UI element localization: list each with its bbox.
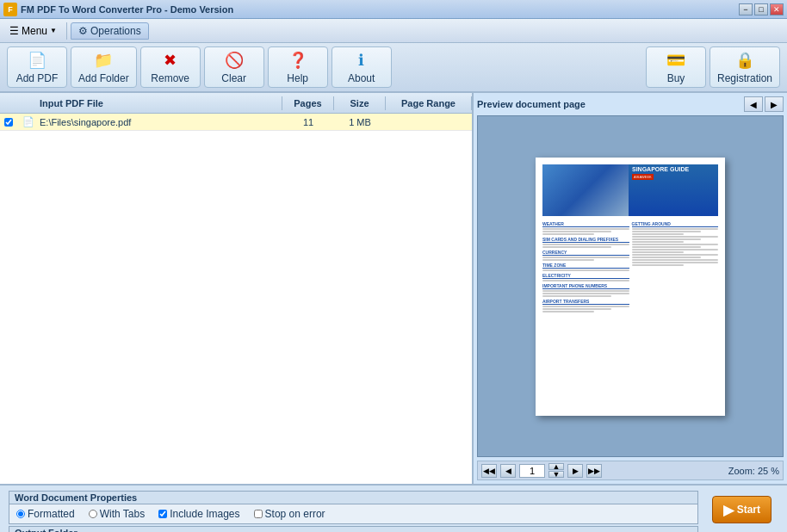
restore-button[interactable]: □ bbox=[754, 3, 768, 15]
word-doc-props-title: Word Document Properties bbox=[9, 492, 697, 504]
file-list-body: 📄 E:\Files\singapore.pdf 11 1 MB bbox=[0, 114, 472, 484]
registration-button[interactable]: 🔒 Registration bbox=[710, 46, 780, 88]
menu-separator bbox=[66, 22, 67, 40]
buy-label: Buy bbox=[667, 72, 685, 84]
preview-panel: Preview document page ◀ ▶ SINGAPORE GUID… bbox=[474, 93, 787, 484]
last-page-button[interactable]: ▶▶ bbox=[586, 464, 602, 478]
include-images-check-item[interactable]: Include Images bbox=[158, 508, 239, 520]
page-down-button[interactable]: ▼ bbox=[548, 471, 564, 478]
with-tabs-radio-item[interactable]: With Tabs bbox=[89, 508, 145, 520]
prev-page-button[interactable]: ◀ bbox=[500, 464, 516, 478]
clear-icon: 🚫 bbox=[225, 51, 244, 70]
operations-icon: ⚙ bbox=[78, 25, 88, 37]
zoom-level: Zoom: 25 % bbox=[728, 466, 779, 476]
window-title: FM PDF To Word Converter Pro - Demo Vers… bbox=[21, 4, 233, 15]
doc-col-right: GETTING AROUND bbox=[632, 220, 719, 313]
stop-on-error-check-item[interactable]: Stop on error bbox=[254, 508, 325, 520]
add-folder-icon: 📁 bbox=[94, 51, 113, 70]
menu-label: Menu bbox=[22, 25, 47, 37]
title-bar: F FM PDF To Word Converter Pro - Demo Ve… bbox=[0, 0, 787, 19]
next-page-button[interactable]: ▶ bbox=[567, 464, 583, 478]
preview-logo: ASIAWEEK bbox=[632, 174, 654, 180]
left-props: Word Document Properties Formatted With … bbox=[3, 487, 703, 532]
about-button[interactable]: ℹ About bbox=[332, 46, 392, 88]
preview-photo bbox=[542, 164, 629, 216]
stop-on-error-checkbox[interactable] bbox=[254, 510, 263, 518]
file-list-header: Input PDF File Pages Size Page Range bbox=[0, 93, 472, 114]
output-folder-title: Output Folder bbox=[9, 527, 697, 532]
close-button[interactable]: ✕ bbox=[770, 3, 784, 15]
page-nav-controls: ◀◀ ◀ ▲ ▼ ▶ ▶▶ Zoom: 25 % bbox=[477, 461, 784, 480]
preview-title: Preview document page bbox=[477, 99, 586, 109]
nav-next-button[interactable]: ▶ bbox=[765, 96, 784, 112]
page-up-button[interactable]: ▲ bbox=[548, 463, 564, 470]
add-pdf-icon: 📄 bbox=[28, 51, 46, 70]
start-button[interactable]: ▶ Start bbox=[712, 496, 772, 523]
col-header-file: Input PDF File bbox=[34, 96, 282, 110]
registration-icon: 🔒 bbox=[735, 51, 754, 70]
remove-label: Remove bbox=[151, 72, 189, 84]
col-header-range: Page Range bbox=[386, 96, 472, 110]
about-icon: ℹ bbox=[358, 51, 364, 70]
menu-icon: ☰ bbox=[9, 25, 19, 37]
with-tabs-radio[interactable] bbox=[89, 510, 97, 518]
file-pages: 11 bbox=[282, 116, 334, 128]
preview-area: SINGAPORE GUIDE ASIAWEEK WEATHER SIM CAR… bbox=[477, 115, 784, 457]
minimize-button[interactable]: − bbox=[739, 3, 753, 15]
include-images-checkbox[interactable] bbox=[158, 510, 167, 518]
remove-icon: ✖ bbox=[164, 51, 177, 70]
menu-bar: ☰ Menu ▼ ⚙ Operations bbox=[0, 19, 787, 43]
preview-content: WEATHER SIM CARDS AND DIALING PREFIXES C… bbox=[542, 220, 718, 313]
with-tabs-label: With Tabs bbox=[100, 508, 145, 520]
doc-col-left: WEATHER SIM CARDS AND DIALING PREFIXES C… bbox=[542, 220, 629, 313]
file-name: E:\Files\singapore.pdf bbox=[34, 116, 282, 128]
main-area: Input PDF File Pages Size Page Range 📄 E… bbox=[0, 93, 787, 484]
formatted-radio[interactable] bbox=[16, 510, 25, 518]
preview-header-text: SINGAPORE GUIDE ASIAWEEK bbox=[629, 164, 718, 216]
table-row[interactable]: 📄 E:\Files\singapore.pdf 11 1 MB bbox=[0, 114, 472, 131]
start-icon: ▶ bbox=[723, 502, 734, 518]
preview-nav: ◀ ▶ bbox=[744, 96, 784, 112]
document-preview: SINGAPORE GUIDE ASIAWEEK WEATHER SIM CAR… bbox=[536, 158, 725, 416]
formatted-radio-item[interactable]: Formatted bbox=[16, 508, 75, 520]
page-number-input[interactable] bbox=[519, 464, 545, 478]
formatted-label: Formatted bbox=[28, 508, 75, 520]
nav-prev-button[interactable]: ◀ bbox=[744, 96, 763, 112]
clear-label: Clear bbox=[221, 72, 246, 84]
add-pdf-button[interactable]: 📄 Add PDF bbox=[7, 46, 67, 88]
preview-header: Preview document page ◀ ▶ bbox=[477, 96, 784, 112]
file-type-icon: 📄 bbox=[17, 115, 34, 128]
preview-doc-title: SINGAPORE GUIDE bbox=[632, 166, 715, 172]
first-page-button[interactable]: ◀◀ bbox=[481, 464, 497, 478]
col-header-size: Size bbox=[334, 96, 386, 110]
help-button[interactable]: ❓ Help bbox=[268, 46, 328, 88]
clear-button[interactable]: 🚫 Clear bbox=[204, 46, 264, 88]
about-label: About bbox=[348, 72, 375, 84]
operations-label: Operations bbox=[90, 25, 141, 37]
col-header-pages: Pages bbox=[282, 96, 334, 110]
buy-button[interactable]: 💳 Buy bbox=[646, 46, 706, 88]
toolbar: 📄 Add PDF 📁 Add Folder ✖ Remove 🚫 Clear … bbox=[0, 43, 787, 93]
stop-on-error-label: Stop on error bbox=[265, 508, 325, 520]
operations-tab[interactable]: ⚙ Operations bbox=[71, 22, 149, 40]
add-pdf-label: Add PDF bbox=[16, 72, 59, 84]
file-check-input[interactable] bbox=[4, 118, 13, 127]
menu-dropdown-icon: ▼ bbox=[50, 27, 57, 34]
registration-label: Registration bbox=[717, 72, 772, 84]
include-images-label: Include Images bbox=[170, 508, 239, 520]
file-panel: Input PDF File Pages Size Page Range 📄 E… bbox=[0, 93, 474, 484]
start-label: Start bbox=[737, 504, 760, 516]
help-icon: ❓ bbox=[288, 51, 307, 70]
file-checkbox[interactable] bbox=[0, 117, 17, 127]
file-size: 1 MB bbox=[334, 116, 386, 128]
properties-panel: Word Document Properties Formatted With … bbox=[0, 484, 787, 532]
remove-button[interactable]: ✖ Remove bbox=[140, 46, 201, 88]
app-icon: F bbox=[3, 3, 17, 16]
help-label: Help bbox=[287, 72, 308, 84]
word-doc-props-content: Formatted With Tabs Include Images Stop … bbox=[9, 504, 697, 523]
menu-button[interactable]: ☰ Menu ▼ bbox=[3, 22, 63, 40]
buy-icon: 💳 bbox=[666, 51, 685, 70]
word-doc-props-section: Word Document Properties Formatted With … bbox=[9, 491, 698, 524]
file-range bbox=[386, 121, 472, 123]
add-folder-button[interactable]: 📁 Add Folder bbox=[71, 46, 137, 88]
